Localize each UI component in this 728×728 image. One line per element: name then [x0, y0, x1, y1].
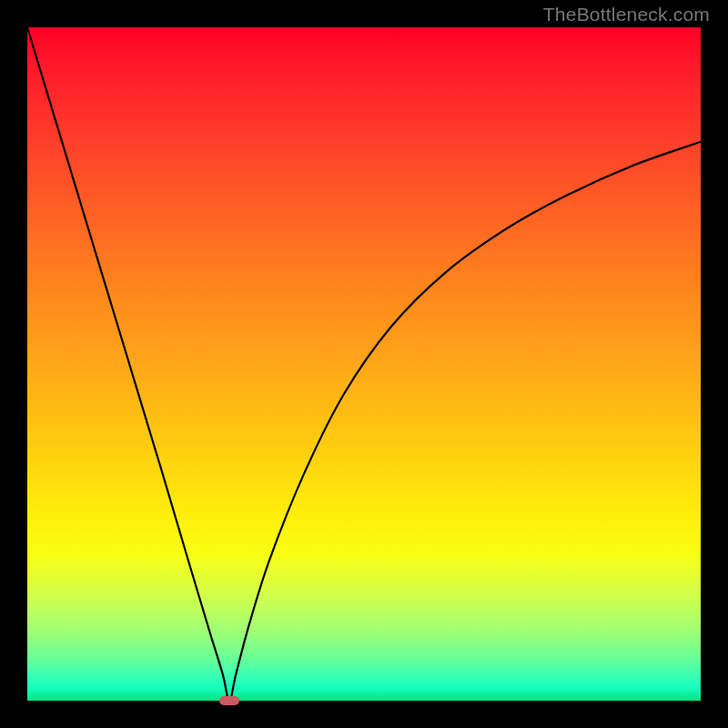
curve-svg	[27, 27, 701, 701]
watermark-text: TheBottleneck.com	[543, 4, 710, 25]
minimum-marker	[219, 696, 239, 705]
chart-container: TheBottleneck.com	[0, 0, 728, 728]
bottleneck-curve-path	[27, 27, 701, 701]
plot-area	[27, 27, 701, 701]
